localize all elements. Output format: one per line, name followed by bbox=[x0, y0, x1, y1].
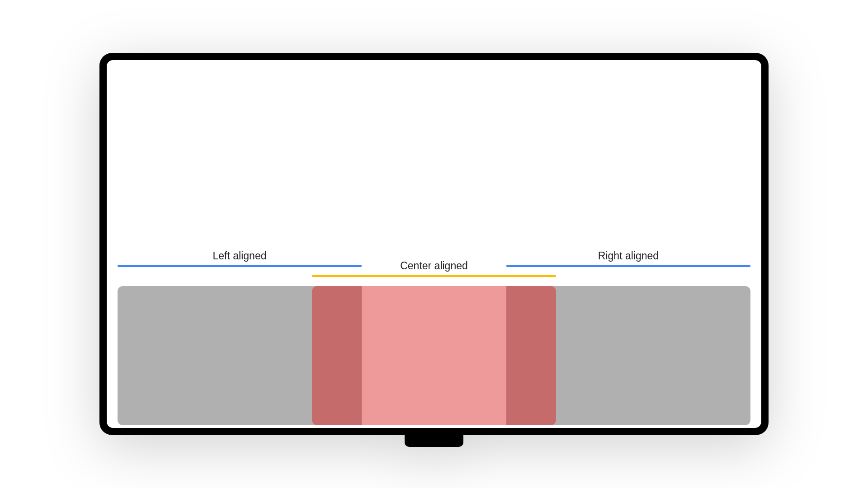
screen: Left aligned Right aligned Center aligne… bbox=[107, 60, 761, 428]
overlap-region-right bbox=[506, 286, 556, 425]
overlap-region-left bbox=[312, 286, 362, 425]
center-aligned-label: Center aligned bbox=[312, 260, 556, 272]
monitor-frame: Left aligned Right aligned Center aligne… bbox=[99, 53, 769, 435]
diagram-content: Left aligned Right aligned Center aligne… bbox=[118, 60, 750, 428]
alignment-labels-row: Left aligned Right aligned Center aligne… bbox=[118, 250, 750, 277]
monitor-stand bbox=[405, 432, 463, 447]
alignment-blocks-row bbox=[118, 286, 750, 428]
center-aligned-indicator-line bbox=[312, 275, 556, 277]
center-aligned-label-group: Center aligned bbox=[312, 260, 556, 277]
monitor-device: Left aligned Right aligned Center aligne… bbox=[99, 53, 769, 435]
